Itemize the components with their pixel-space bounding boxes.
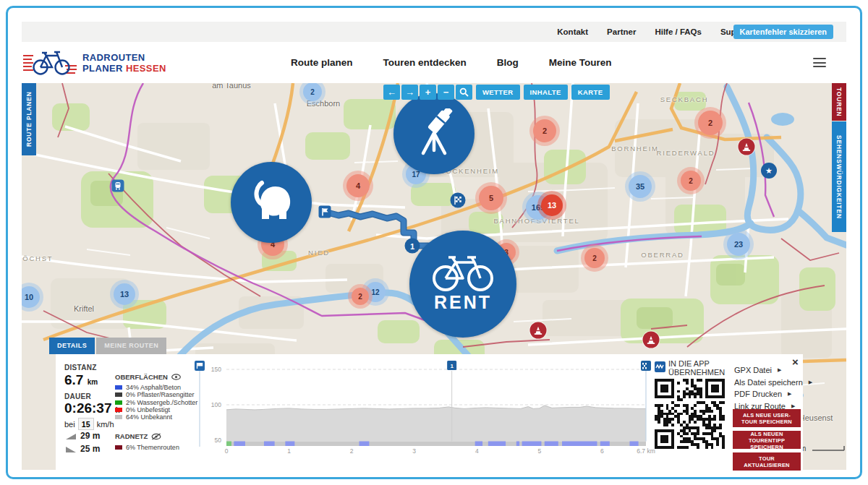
route-waypoint-marker[interactable]: 1	[405, 239, 420, 254]
start-flag-icon	[320, 207, 330, 217]
logo-line2-accent: HESSEN	[126, 63, 166, 74]
map-cluster-marker[interactable]: 35	[629, 175, 652, 198]
zoom-in-button[interactable]: +	[420, 85, 436, 100]
map-toggle-wetter[interactable]: WETTER	[476, 85, 520, 100]
chart-finish-flag	[641, 361, 651, 371]
legend-item: 64% Unbekannt	[115, 413, 197, 421]
export-link-gpx-datei[interactable]: GPX Datei▶	[734, 366, 812, 374]
star-poi-marker[interactable]: ★	[761, 163, 777, 179]
export-link-label: GPX Datei	[734, 366, 772, 374]
viewpoint-telescope-poi[interactable]	[393, 93, 475, 174]
topbar-link-partner[interactable]: Partner	[607, 27, 636, 36]
nav-item-route-planen[interactable]: Route planen	[291, 57, 353, 68]
map-cluster-marker[interactable]: 4	[346, 174, 370, 197]
side-tab-sehenswürdigkeiten[interactable]: SEHENSWÜRDIGKEITEN	[832, 121, 846, 232]
map-cluster-marker[interactable]: 2	[698, 111, 723, 135]
main-nav: Route planenTouren entdeckenBlogMeine To…	[291, 42, 612, 83]
distance-value: 6.7 km	[64, 372, 98, 388]
map-cluster-marker[interactable]: 2	[533, 119, 556, 142]
legend-item: 2% Wassergeb./Schotter	[115, 399, 197, 406]
topbar-link-hilfe-faqs[interactable]: Hilfe / FAQs	[655, 27, 702, 36]
route-planen-side-tab[interactable]: ROUTE PLANEN	[22, 83, 36, 155]
bike-rent-poi[interactable]: RENT	[409, 231, 516, 338]
close-icon[interactable]: ×	[792, 356, 799, 368]
map-cluster-marker[interactable]: 23	[727, 233, 750, 256]
legend-item: 34% Asphalt/Beton	[115, 384, 197, 391]
tab-details[interactable]: DETAILS	[49, 338, 95, 354]
logo-line1: RADROUTEN	[82, 52, 166, 63]
header: RADROUTEN PLANER HESSEN Route planenTour…	[22, 42, 846, 83]
svg-text:3: 3	[412, 447, 416, 455]
map-cluster-marker[interactable]: 2	[303, 83, 322, 101]
action-button-als-neuen-tourentipp-speichern[interactable]: ALS NEUEN TOURENTIPP SPEICHERN	[733, 431, 801, 449]
map-toggle-karte[interactable]: KARTE	[571, 85, 610, 100]
radnetz-title-row: RADNETZ	[115, 432, 161, 440]
nav-item-meine-touren[interactable]: Meine Touren	[549, 57, 612, 68]
legend-item: 6% Themenrouten	[115, 444, 179, 451]
map-cluster-marker[interactable]: 5	[479, 186, 503, 210]
map-cluster-marker[interactable]: 2	[584, 248, 605, 268]
route-start-marker[interactable]	[319, 206, 331, 218]
search-icon	[459, 87, 469, 97]
map-label-riederwald: RIEDERWALD	[657, 149, 715, 157]
map-cluster-marker[interactable]: 2	[352, 288, 369, 305]
tab-meine-routen[interactable]: MEINE ROUTEN	[96, 338, 166, 354]
construction-marker[interactable]	[739, 139, 755, 155]
nav-item-touren-entdecken[interactable]: Touren entdecken	[383, 57, 467, 68]
topbar-links: KontaktPartnerHilfe / FAQsSupport	[557, 22, 752, 42]
train-station-marker[interactable]	[112, 180, 124, 192]
logo[interactable]: RADROUTEN PLANER HESSEN	[23, 48, 166, 77]
action-button-tour-aktualisieren[interactable]: TOUR AKTUALISIEREN	[733, 452, 801, 471]
legend-color-swatch	[115, 415, 122, 419]
radnetz-legend: 6% Themenrouten	[115, 444, 179, 451]
map-label-am-taunus: am Taunus	[212, 83, 251, 90]
speed-input[interactable]	[78, 418, 94, 430]
action-buttons: ALS NEUE USER-TOUR SPEICHERNALS NEUEN TO…	[733, 409, 801, 471]
bike-rent-icon: RENT	[427, 248, 499, 320]
legend-color-swatch	[115, 408, 122, 412]
route-destination-marker[interactable]	[451, 193, 466, 208]
pan-right-button[interactable]: →	[401, 85, 418, 100]
map-cluster-marker[interactable]: 13	[541, 194, 563, 216]
legend-item-label: 6% Themenrouten	[126, 444, 179, 451]
legend-item-label: 2% Wassergeb./Schotter	[126, 399, 197, 406]
elevation-chart[interactable]: 1501005001234566.7 km1	[193, 356, 663, 461]
construction-marker[interactable]	[530, 322, 547, 339]
app-logo-icon	[655, 361, 665, 372]
map-label-heusenstamm: Heusenst	[799, 413, 833, 422]
construction-marker[interactable]	[643, 332, 660, 348]
topbar-link-kontakt[interactable]: Kontakt	[557, 27, 588, 36]
elephant-icon	[246, 177, 297, 228]
eye-icon[interactable]	[171, 374, 181, 380]
zoo-elephant-poi[interactable]	[231, 162, 312, 243]
slope-down-icon	[66, 445, 77, 453]
map-lake	[771, 113, 794, 126]
menu-icon[interactable]	[813, 58, 826, 67]
svg-text:2: 2	[350, 447, 354, 455]
train-icon	[114, 181, 123, 191]
legend-color-swatch	[115, 400, 122, 405]
export-link-als-datei-speichern[interactable]: Als Datei speichern▶	[734, 378, 812, 387]
pan-left-button[interactable]: ←	[383, 85, 400, 100]
duration-value: 0:26:37 h	[64, 400, 120, 416]
map-cluster-marker[interactable]: 13	[114, 283, 135, 305]
svg-text:50: 50	[215, 437, 222, 444]
action-button-als-neue-user-tour-speichern[interactable]: ALS NEUE USER-TOUR SPEICHERN	[733, 409, 801, 427]
nav-item-blog[interactable]: Blog	[497, 57, 519, 68]
legend-item-label: 64% Unbekannt	[126, 413, 172, 421]
map-label-höchst: HÖCHST	[22, 254, 53, 262]
search-button[interactable]	[456, 85, 472, 100]
legend-item: 0% Pflaster/Rasengitter	[115, 391, 197, 398]
map-cluster-marker[interactable]: 2	[681, 171, 701, 191]
traffic-cone-icon	[646, 335, 657, 345]
side-tab-touren[interactable]: TOUREN	[832, 83, 846, 121]
logo-text: RADROUTEN PLANER HESSEN	[82, 52, 166, 74]
zoom-out-button[interactable]: −	[438, 85, 454, 100]
ascent-row: 29 m	[66, 431, 100, 441]
eye-slash-icon[interactable]	[151, 433, 161, 440]
legend-item-label: 0% Unbefestigt	[126, 406, 170, 413]
export-link-pdf-drucken[interactable]: PDF Drucken▶	[734, 390, 812, 398]
map-error-sketch-button[interactable]: Kartenfehler skizzieren	[733, 25, 833, 39]
traffic-cone-icon	[741, 142, 752, 153]
map-toggle-inhalte[interactable]: INHALTE	[524, 85, 568, 100]
